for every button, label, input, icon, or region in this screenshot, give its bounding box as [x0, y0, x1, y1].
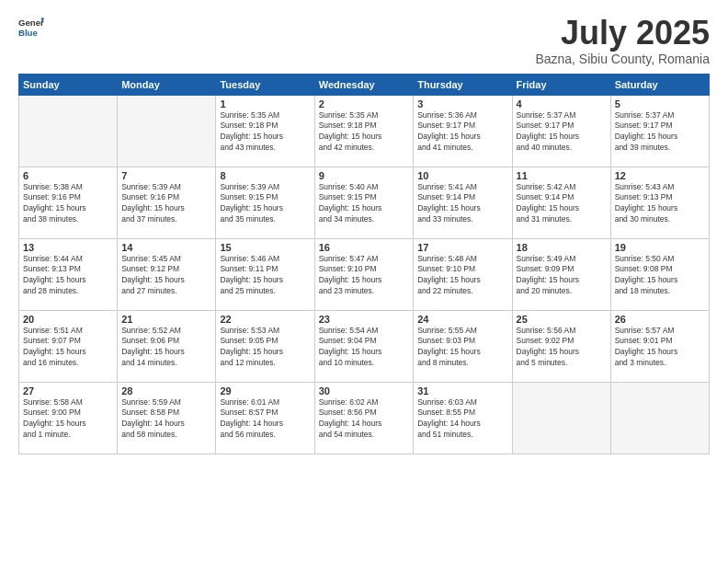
calendar-week-2: 13Sunrise: 5:44 AM Sunset: 9:13 PM Dayli… — [19, 238, 710, 310]
calendar-cell: 16Sunrise: 5:47 AM Sunset: 9:10 PM Dayli… — [314, 238, 413, 310]
day-number: 5 — [615, 98, 705, 109]
calendar-cell: 10Sunrise: 5:41 AM Sunset: 9:14 PM Dayli… — [414, 167, 512, 238]
calendar-cell — [512, 382, 610, 454]
day-info: Sunrise: 5:55 AM Sunset: 9:03 PM Dayligh… — [417, 326, 507, 370]
calendar-cell: 27Sunrise: 5:58 AM Sunset: 9:00 PM Dayli… — [19, 382, 118, 454]
calendar-cell: 28Sunrise: 5:59 AM Sunset: 8:58 PM Dayli… — [118, 382, 216, 454]
calendar-week-3: 20Sunrise: 5:51 AM Sunset: 9:07 PM Dayli… — [19, 310, 710, 382]
day-number: 11 — [517, 170, 607, 181]
col-saturday: Saturday — [610, 74, 709, 95]
logo-icon: General Blue — [18, 15, 44, 40]
day-info: Sunrise: 5:57 AM Sunset: 9:01 PM Dayligh… — [615, 326, 705, 370]
day-number: 7 — [121, 170, 211, 181]
day-number: 9 — [319, 170, 409, 181]
calendar-cell: 13Sunrise: 5:44 AM Sunset: 9:13 PM Dayli… — [19, 238, 118, 310]
day-info: Sunrise: 5:38 AM Sunset: 9:16 PM Dayligh… — [23, 182, 113, 226]
day-info: Sunrise: 5:53 AM Sunset: 9:05 PM Dayligh… — [220, 326, 310, 370]
header: General Blue July 2025 Bazna, Sibiu Coun… — [18, 15, 710, 66]
calendar-cell: 8Sunrise: 5:39 AM Sunset: 9:15 PM Daylig… — [216, 167, 314, 238]
day-number: 10 — [417, 170, 507, 181]
calendar-cell: 2Sunrise: 5:35 AM Sunset: 9:18 PM Daylig… — [314, 95, 413, 167]
day-number: 28 — [121, 385, 211, 396]
calendar-cell: 1Sunrise: 5:35 AM Sunset: 9:18 PM Daylig… — [216, 95, 314, 167]
day-number: 26 — [615, 314, 705, 325]
day-number: 27 — [23, 385, 113, 396]
calendar-cell — [19, 95, 118, 167]
day-info: Sunrise: 5:48 AM Sunset: 9:10 PM Dayligh… — [417, 254, 507, 298]
calendar-cell: 5Sunrise: 5:37 AM Sunset: 9:17 PM Daylig… — [610, 95, 709, 167]
day-number: 6 — [23, 170, 113, 181]
calendar-cell: 18Sunrise: 5:49 AM Sunset: 9:09 PM Dayli… — [512, 238, 610, 310]
day-number: 17 — [417, 242, 507, 253]
day-number: 19 — [615, 242, 705, 253]
calendar-cell: 23Sunrise: 5:54 AM Sunset: 9:04 PM Dayli… — [314, 310, 413, 382]
day-info: Sunrise: 5:36 AM Sunset: 9:17 PM Dayligh… — [417, 110, 507, 155]
day-info: Sunrise: 5:41 AM Sunset: 9:14 PM Dayligh… — [417, 182, 507, 226]
day-number: 30 — [319, 385, 409, 396]
day-info: Sunrise: 5:59 AM Sunset: 8:58 PM Dayligh… — [121, 397, 211, 442]
day-info: Sunrise: 5:37 AM Sunset: 9:17 PM Dayligh… — [615, 110, 705, 155]
main-title: July 2025 — [535, 15, 710, 52]
calendar-cell: 30Sunrise: 6:02 AM Sunset: 8:56 PM Dayli… — [314, 382, 413, 454]
day-number: 22 — [220, 314, 310, 325]
calendar-cell: 20Sunrise: 5:51 AM Sunset: 9:07 PM Dayli… — [19, 310, 118, 382]
day-number: 1 — [220, 98, 310, 109]
day-number: 8 — [220, 170, 310, 181]
calendar-cell: 12Sunrise: 5:43 AM Sunset: 9:13 PM Dayli… — [610, 167, 709, 238]
day-number: 4 — [517, 98, 607, 109]
svg-text:Blue: Blue — [18, 28, 38, 38]
day-number: 15 — [220, 242, 310, 253]
day-number: 20 — [23, 314, 113, 325]
col-friday: Friday — [512, 74, 610, 95]
calendar-cell — [118, 95, 216, 167]
calendar-week-4: 27Sunrise: 5:58 AM Sunset: 9:00 PM Dayli… — [19, 382, 710, 454]
calendar-cell: 15Sunrise: 5:46 AM Sunset: 9:11 PM Dayli… — [216, 238, 314, 310]
title-area: July 2025 Bazna, Sibiu County, Romania — [535, 15, 710, 66]
day-number: 18 — [517, 242, 607, 253]
day-info: Sunrise: 5:35 AM Sunset: 9:18 PM Dayligh… — [220, 110, 310, 155]
day-info: Sunrise: 5:43 AM Sunset: 9:13 PM Dayligh… — [615, 182, 705, 226]
calendar-cell: 7Sunrise: 5:39 AM Sunset: 9:16 PM Daylig… — [118, 167, 216, 238]
day-info: Sunrise: 5:37 AM Sunset: 9:17 PM Dayligh… — [517, 110, 607, 155]
day-number: 14 — [121, 242, 211, 253]
day-number: 16 — [319, 242, 409, 253]
day-info: Sunrise: 5:58 AM Sunset: 9:00 PM Dayligh… — [23, 397, 113, 442]
day-info: Sunrise: 5:40 AM Sunset: 9:15 PM Dayligh… — [319, 182, 409, 226]
day-info: Sunrise: 5:56 AM Sunset: 9:02 PM Dayligh… — [517, 326, 607, 370]
day-number: 12 — [615, 170, 705, 181]
calendar-cell: 29Sunrise: 6:01 AM Sunset: 8:57 PM Dayli… — [216, 382, 314, 454]
day-info: Sunrise: 5:39 AM Sunset: 9:16 PM Dayligh… — [121, 182, 211, 226]
day-info: Sunrise: 5:47 AM Sunset: 9:10 PM Dayligh… — [319, 254, 409, 298]
col-monday: Monday — [118, 74, 216, 95]
calendar-cell: 6Sunrise: 5:38 AM Sunset: 9:16 PM Daylig… — [19, 167, 118, 238]
day-info: Sunrise: 5:51 AM Sunset: 9:07 PM Dayligh… — [23, 326, 113, 370]
day-number: 2 — [319, 98, 409, 109]
col-thursday: Thursday — [414, 74, 512, 95]
day-info: Sunrise: 5:44 AM Sunset: 9:13 PM Dayligh… — [23, 254, 113, 298]
logo: General Blue — [18, 15, 44, 40]
calendar-cell: 4Sunrise: 5:37 AM Sunset: 9:17 PM Daylig… — [512, 95, 610, 167]
calendar-cell: 14Sunrise: 5:45 AM Sunset: 9:12 PM Dayli… — [118, 238, 216, 310]
calendar-cell: 11Sunrise: 5:42 AM Sunset: 9:14 PM Dayli… — [512, 167, 610, 238]
page: General Blue July 2025 Bazna, Sibiu Coun… — [0, 0, 728, 563]
day-info: Sunrise: 5:46 AM Sunset: 9:11 PM Dayligh… — [220, 254, 310, 298]
calendar: Sunday Monday Tuesday Wednesday Thursday… — [18, 74, 710, 454]
day-info: Sunrise: 5:52 AM Sunset: 9:06 PM Dayligh… — [121, 326, 211, 370]
col-wednesday: Wednesday — [314, 74, 413, 95]
calendar-cell: 3Sunrise: 5:36 AM Sunset: 9:17 PM Daylig… — [414, 95, 512, 167]
calendar-cell — [610, 382, 709, 454]
calendar-cell: 31Sunrise: 6:03 AM Sunset: 8:55 PM Dayli… — [414, 382, 512, 454]
calendar-cell: 24Sunrise: 5:55 AM Sunset: 9:03 PM Dayli… — [414, 310, 512, 382]
calendar-week-1: 6Sunrise: 5:38 AM Sunset: 9:16 PM Daylig… — [19, 167, 710, 238]
day-number: 13 — [23, 242, 113, 253]
calendar-cell: 21Sunrise: 5:52 AM Sunset: 9:06 PM Dayli… — [118, 310, 216, 382]
day-info: Sunrise: 5:42 AM Sunset: 9:14 PM Dayligh… — [517, 182, 607, 226]
day-number: 3 — [417, 98, 507, 109]
day-info: Sunrise: 5:45 AM Sunset: 9:12 PM Dayligh… — [121, 254, 211, 298]
calendar-cell: 9Sunrise: 5:40 AM Sunset: 9:15 PM Daylig… — [314, 167, 413, 238]
day-info: Sunrise: 5:39 AM Sunset: 9:15 PM Dayligh… — [220, 182, 310, 226]
subtitle: Bazna, Sibiu County, Romania — [535, 52, 710, 66]
calendar-cell: 26Sunrise: 5:57 AM Sunset: 9:01 PM Dayli… — [610, 310, 709, 382]
day-info: Sunrise: 6:01 AM Sunset: 8:57 PM Dayligh… — [220, 397, 310, 442]
calendar-cell: 17Sunrise: 5:48 AM Sunset: 9:10 PM Dayli… — [414, 238, 512, 310]
